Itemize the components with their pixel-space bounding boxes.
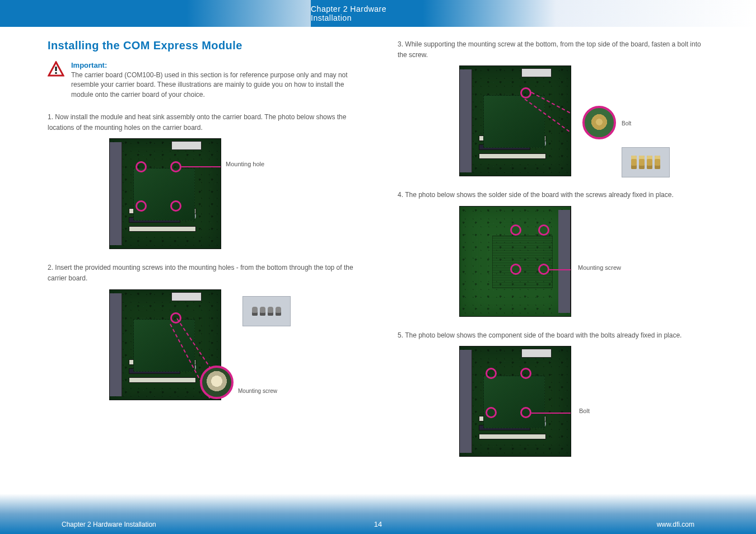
important-note: Important: The carrier board (COM100-B) … [48, 61, 358, 100]
left-column: Installing the COM Express Module Import… [48, 39, 358, 484]
screw-icon [276, 307, 281, 316]
screw-icon [252, 307, 258, 316]
warning-icon [48, 61, 64, 77]
step4-number: 4. [398, 191, 405, 199]
leader-line [531, 413, 571, 414]
screw-icon [268, 307, 273, 316]
leader-line [549, 269, 571, 270]
leader-line [181, 166, 221, 167]
step5-body: The photo below shows the component side… [405, 331, 682, 339]
screw-marker [538, 224, 549, 236]
carrier-board-back [459, 206, 571, 317]
step2-text: 2. Insert the provided mounting screws i… [48, 263, 358, 283]
screw-icon [260, 307, 265, 316]
step5-number: 5. [398, 331, 405, 339]
step2-body: Insert the provided mounting screws into… [48, 264, 353, 282]
bolt-icon [639, 156, 645, 169]
fig2-inner-label: Mounting screw [238, 388, 277, 394]
step4-text: 4. The photo below shows the solder side… [398, 190, 708, 200]
step3-text: 3. While supporting the mounting screw a… [398, 39, 708, 60]
chapter-header: Chapter 2 Hardware Installation [0, 0, 756, 27]
page-number: 14 [356, 520, 400, 528]
screw-detail-circle [200, 366, 234, 399]
svg-rect-2 [55, 72, 57, 74]
bolts-photo [622, 147, 670, 177]
figure-2: Mounting screw [109, 289, 358, 400]
figure-5: Bolt [459, 346, 708, 457]
fig1-callout: Mounting hole [226, 161, 293, 168]
carrier-board-top-1 [109, 138, 221, 249]
chapter-tab: Chapter 2 Hardware Installation [311, 0, 423, 27]
carrier-board-top-5 [459, 346, 571, 457]
step3-body: While supporting the mounting screw at t… [398, 40, 701, 59]
screw-marker [538, 264, 549, 275]
figure-3: Bolt [459, 65, 708, 176]
fig5-callout: Bolt [579, 407, 646, 415]
step2-number: 2. [48, 264, 55, 271]
screws-photo [242, 296, 291, 326]
section-heading: Installing the COM Express Module [48, 39, 358, 52]
figure-1: Mounting hole [109, 138, 358, 249]
step1-text: 1. Now install the module and heat sink … [48, 112, 358, 133]
bolt-icon [647, 156, 652, 169]
fig4-callout: Mounting screw [578, 264, 645, 271]
step1-body: Now install the module and heat sink ass… [48, 113, 346, 132]
bolt-icon [631, 156, 637, 169]
screw-marker [510, 264, 521, 275]
bolt-icon [655, 156, 660, 169]
figure-4: Mounting screw [459, 206, 708, 317]
step4-body: The photo below shows the solder side of… [405, 191, 674, 199]
carrier-board-top-3 [459, 65, 571, 176]
important-label: Important: [71, 61, 358, 69]
svg-rect-1 [55, 67, 57, 71]
bolt-detail-circle [582, 106, 616, 139]
important-text: The carrier board (COM100-B) used in thi… [71, 71, 358, 100]
fig3-inner-label: Bolt [622, 120, 631, 127]
footer-left: Chapter 2 Hardware Installation [0, 521, 356, 528]
screw-marker [510, 224, 521, 236]
page-footer: Chapter 2 Hardware Installation 14 www.d… [0, 494, 756, 534]
right-column: 3. While supporting the mounting screw a… [398, 39, 708, 484]
page-content: Installing the COM Express Module Import… [48, 39, 708, 484]
step1-number: 1. [48, 113, 55, 121]
footer-right: www.dfi.com [400, 521, 756, 528]
step3-number: 3. [398, 40, 405, 48]
step5-text: 5. The photo below shows the component s… [398, 330, 708, 341]
